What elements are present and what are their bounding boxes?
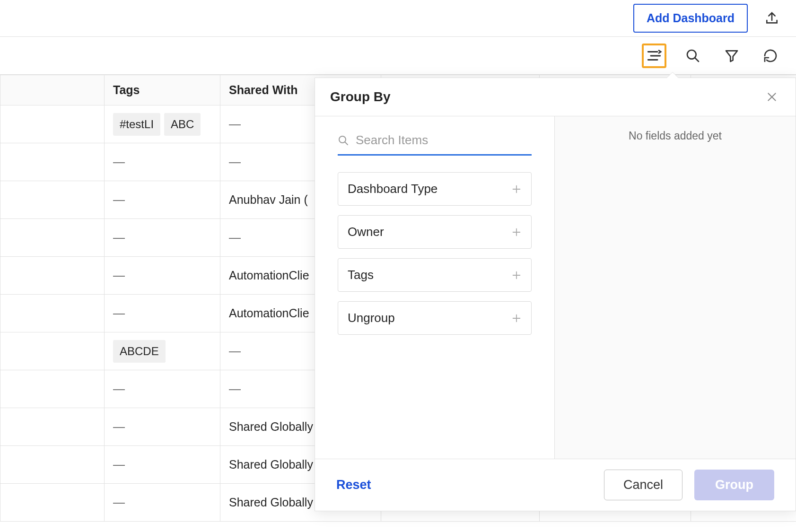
plus-icon — [511, 270, 522, 280]
dash: — — [113, 420, 125, 433]
cell-tags: — — [105, 408, 220, 446]
cancel-button[interactable]: Cancel — [604, 470, 682, 500]
filter-icon[interactable] — [719, 44, 744, 68]
cell-tags: — — [105, 219, 220, 257]
cell-blank — [0, 332, 105, 370]
search-icon — [338, 135, 349, 146]
cell-tags: #testLIABC — [105, 105, 220, 143]
cell-blank — [0, 370, 105, 408]
empty-state-text: No fields added yet — [629, 130, 722, 142]
popover-header: Group By — [315, 78, 796, 116]
search-wrap — [338, 133, 532, 156]
tag-chip[interactable]: ABC — [164, 113, 201, 136]
cell-tags: ABCDE — [105, 332, 220, 370]
cell-blank — [0, 105, 105, 143]
cell-blank — [0, 143, 105, 181]
group-option[interactable]: Ungroup — [338, 301, 532, 335]
option-label: Dashboard Type — [348, 182, 437, 196]
popover-title: Group By — [330, 89, 391, 105]
col-blank — [0, 75, 105, 105]
group-by-icon[interactable] — [642, 44, 666, 68]
group-option[interactable]: Tags — [338, 258, 532, 292]
cell-tags: — — [105, 143, 220, 181]
group-by-popover: Group By Dashboard TypeOwnerTagsUngroup … — [315, 78, 796, 511]
cell-tags: — — [105, 295, 220, 332]
cell-blank — [0, 446, 105, 484]
cell-blank — [0, 295, 105, 332]
refresh-icon[interactable] — [758, 44, 783, 68]
cell-tags: — — [105, 484, 220, 522]
option-label: Ungroup — [348, 311, 395, 325]
cell-tags: — — [105, 370, 220, 408]
dash: — — [113, 231, 125, 244]
popover-options-panel: Dashboard TypeOwnerTagsUngroup — [315, 116, 555, 459]
group-option[interactable]: Dashboard Type — [338, 172, 532, 206]
export-icon[interactable] — [762, 9, 782, 28]
dash: — — [113, 382, 125, 395]
popover-footer: Reset Cancel Group — [315, 459, 796, 511]
search-input[interactable] — [356, 133, 532, 148]
add-dashboard-button[interactable]: Add Dashboard — [633, 4, 748, 33]
option-label: Tags — [348, 268, 374, 282]
group-option[interactable]: Owner — [338, 215, 532, 249]
dash: — — [113, 458, 125, 471]
plus-icon — [511, 313, 522, 323]
col-tags: Tags — [105, 75, 220, 105]
cell-blank — [0, 408, 105, 446]
cell-blank — [0, 484, 105, 522]
cell-blank — [0, 181, 105, 219]
option-label: Owner — [348, 225, 384, 239]
cell-tags: — — [105, 257, 220, 295]
dash: — — [113, 496, 125, 509]
cell-blank — [0, 219, 105, 257]
popover-selected-panel: No fields added yet — [555, 116, 796, 459]
reset-button[interactable]: Reset — [336, 478, 371, 492]
cell-tags: — — [105, 446, 220, 484]
cell-tags: — — [105, 181, 220, 219]
dash: — — [113, 193, 125, 206]
group-button[interactable]: Group — [694, 470, 774, 500]
top-bar: Add Dashboard — [0, 0, 796, 37]
plus-icon — [511, 184, 522, 194]
plus-icon — [511, 227, 522, 237]
tag-chip[interactable]: #testLI — [113, 113, 160, 136]
dash: — — [113, 269, 125, 282]
cell-blank — [0, 257, 105, 295]
popover-body: Dashboard TypeOwnerTagsUngroup No fields… — [315, 116, 796, 459]
toolbar — [0, 37, 796, 75]
tag-chip[interactable]: ABCDE — [113, 340, 166, 363]
dash: — — [113, 306, 125, 320]
close-icon[interactable] — [763, 88, 780, 105]
dash: — — [113, 155, 125, 168]
search-icon[interactable] — [681, 44, 705, 68]
